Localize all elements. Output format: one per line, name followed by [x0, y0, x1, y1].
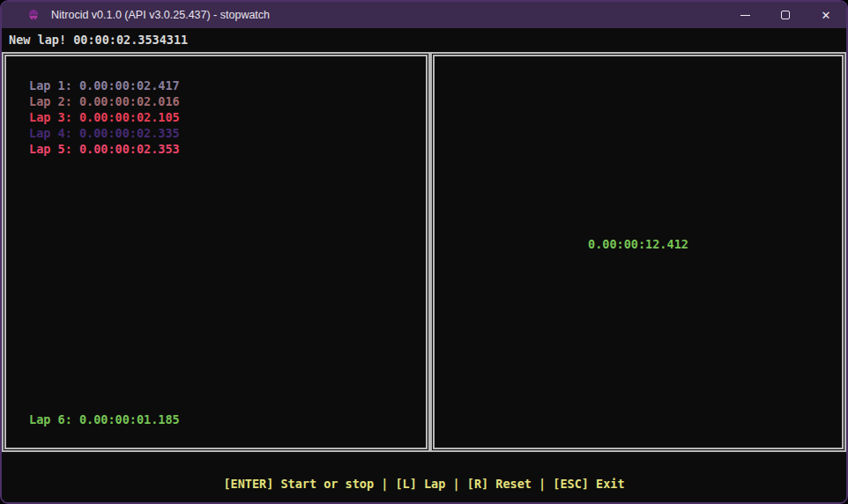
maximize-icon — [781, 11, 790, 19]
window-controls: ✕ — [725, 2, 846, 28]
current-lap: Lap 6: 0.00:00:01.185 — [29, 412, 180, 426]
lap-row: Lap 4: 0.00:00:02.335 — [29, 125, 180, 141]
minimize-button[interactable] — [725, 2, 765, 28]
status-line: New lap! 00:00:02.3534311 — [9, 33, 188, 47]
elapsed-time: 0.00:00:12.412 — [588, 237, 688, 251]
elapsed-panel: 0.00:00:12.412 — [430, 52, 846, 452]
lap-list: Lap 1: 0.00:00:02.417Lap 2: 0.00:00:02.0… — [29, 78, 180, 157]
maximize-button[interactable] — [765, 2, 806, 28]
minimize-icon — [740, 15, 750, 16]
lap-row: Lap 3: 0.00:00:02.105 — [29, 109, 180, 125]
close-icon: ✕ — [822, 10, 831, 21]
lap-row: Lap 5: 0.00:00:02.353 — [29, 141, 180, 157]
laps-panel: Lap 1: 0.00:00:02.417Lap 2: 0.00:00:02.0… — [2, 52, 430, 452]
close-button[interactable]: ✕ — [806, 2, 846, 28]
terminal-window: Nitrocid v0.1.0 (API v3.0.25.437) - stop… — [0, 0, 848, 504]
window-title: Nitrocid v0.1.0 (API v3.0.25.437) - stop… — [51, 9, 725, 21]
title-bar[interactable]: Nitrocid v0.1.0 (API v3.0.25.437) - stop… — [2, 2, 846, 28]
lap-row: Lap 2: 0.00:00:02.016 — [29, 93, 180, 109]
help-bar: [ENTER] Start or stop | [L] Lap | [R] Re… — [2, 477, 846, 491]
stopwatch-panels: Lap 1: 0.00:00:02.417Lap 2: 0.00:00:02.0… — [2, 52, 846, 452]
nitrocid-logo-icon — [26, 8, 41, 22]
terminal-content: New lap! 00:00:02.3534311 Lap 1: 0.00:00… — [2, 28, 846, 502]
lap-row: Lap 1: 0.00:00:02.417 — [29, 78, 180, 93]
